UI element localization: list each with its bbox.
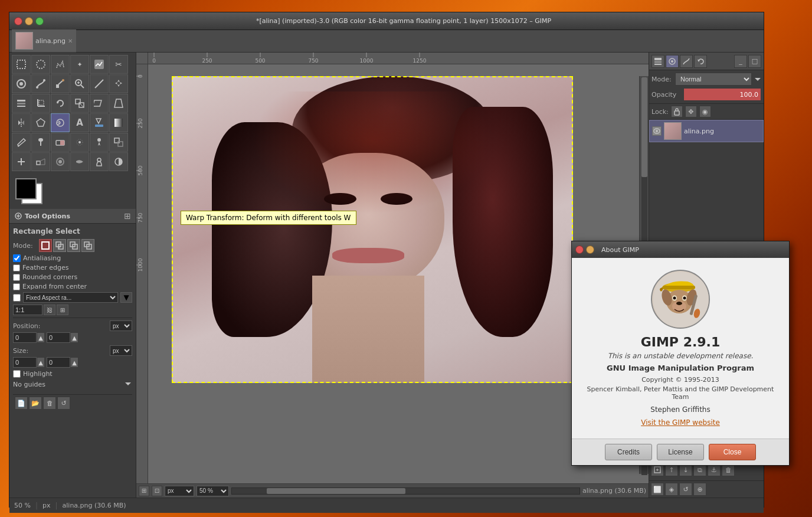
tool-options-expand-btn[interactable]: ⊞ (124, 211, 131, 221)
desaturate-tool[interactable] (109, 152, 128, 171)
size-unit-select[interactable]: px (110, 345, 132, 356)
mode-new-btn[interactable] (39, 239, 52, 252)
zoom-fill-btn[interactable]: ⊡ (152, 486, 162, 496)
paths-tool[interactable] (31, 74, 50, 93)
bucket-fill-tool[interactable] (90, 113, 109, 132)
tab-close-btn[interactable]: ✕ (68, 38, 73, 44)
position-unit-select[interactable]: px (110, 320, 132, 331)
open-options-btn[interactable]: 📂 (29, 397, 42, 410)
rotate-tool[interactable] (51, 94, 70, 113)
history-icon-btn[interactable] (694, 55, 707, 68)
tool-icon-2[interactable]: ◈ (665, 483, 678, 496)
heal-tool[interactable] (12, 152, 31, 171)
fuzzy-select-tool[interactable]: ✦ (70, 55, 89, 74)
layer-visibility-btn[interactable] (652, 126, 662, 136)
lock-position-btn[interactable]: ✥ (685, 106, 697, 117)
image-tab[interactable]: alina.png ✕ (12, 30, 76, 53)
unit-select[interactable]: px (165, 486, 194, 496)
opacity-slider[interactable]: 100.0 (683, 88, 761, 101)
ink-tool[interactable] (90, 133, 109, 152)
delete-options-btn[interactable]: 🗑 (43, 397, 56, 410)
tool-icon-4[interactable]: ⊕ (693, 483, 706, 496)
zoom-level-select[interactable]: 50 % (197, 486, 229, 496)
pencil-tool[interactable] (12, 133, 31, 152)
text-tool[interactable]: A (70, 113, 89, 132)
antialiasing-checkbox[interactable] (13, 254, 21, 262)
blur-sharpen-tool[interactable] (51, 152, 70, 171)
ratio-expand-btn[interactable]: ⊞ (57, 305, 68, 315)
align-tool[interactable] (12, 94, 31, 113)
guides-arrow-btn[interactable] (124, 379, 132, 390)
highlight-checkbox[interactable] (13, 370, 21, 378)
ratio-field[interactable] (13, 305, 42, 315)
blend-tool[interactable] (109, 113, 128, 132)
rect-select-tool[interactable] (12, 55, 31, 74)
lock-alpha-btn[interactable]: ◉ (699, 106, 711, 117)
about-close-btn-tb[interactable] (575, 246, 584, 254)
scale-tool[interactable] (70, 94, 89, 113)
ratio-chain-btn[interactable]: ⛓ (44, 305, 55, 315)
refresh-options-btn[interactable]: ↺ (57, 397, 70, 410)
color-picker-tool[interactable] (51, 74, 70, 93)
layers-icon-btn[interactable] (651, 55, 664, 68)
size-w-input[interactable] (13, 357, 37, 368)
h-scroll-thumb[interactable] (267, 488, 406, 494)
feather-edges-checkbox[interactable] (13, 264, 20, 271)
free-select-tool[interactable] (51, 55, 70, 74)
fixed-aspect-checkbox[interactable] (13, 294, 21, 302)
expand-panel-btn[interactable]: □ (748, 55, 761, 68)
window-close-btn[interactable] (14, 17, 22, 25)
license-button[interactable]: License (657, 444, 704, 460)
mode-dropdown[interactable]: Normal (675, 73, 752, 86)
about-min-btn-tb[interactable] (586, 246, 594, 254)
window-max-btn[interactable] (35, 17, 44, 25)
move-tool[interactable] (109, 74, 128, 93)
mode-add-btn[interactable]: + (53, 239, 66, 252)
shear-tool[interactable] (90, 94, 109, 113)
horizontal-scrollbar[interactable] (231, 487, 580, 495)
tool-icon-1[interactable]: ⬜ (651, 483, 664, 496)
scissors-select-tool[interactable]: ✂ (109, 55, 128, 74)
flip-tool[interactable] (12, 113, 31, 132)
position-y-up-btn[interactable]: ▲ (70, 332, 78, 343)
v-scroll-thumb[interactable] (641, 77, 647, 177)
eraser-tool[interactable] (51, 133, 70, 152)
mode-intersect-btn[interactable] (81, 239, 94, 252)
size-w-up-btn[interactable]: ▲ (37, 357, 45, 368)
position-x-up-btn[interactable]: ▲ (37, 332, 45, 343)
fixed-aspect-extra-btn[interactable]: ▼ (120, 292, 132, 303)
select-by-color-tool[interactable] (90, 55, 109, 74)
clone-tool[interactable] (109, 133, 128, 152)
about-close-button[interactable]: Close (709, 444, 756, 460)
tool-icon-3[interactable]: ↺ (679, 483, 692, 496)
foreground-color-swatch[interactable] (15, 178, 37, 199)
minimize-panel-btn[interactable]: _ (734, 55, 747, 68)
layer-item[interactable]: alina.png (649, 120, 764, 142)
gimp-website-link[interactable]: Visit the GIMP website (641, 418, 720, 427)
smudge-tool[interactable] (70, 152, 89, 171)
zoom-fit-btn[interactable]: ⊞ (139, 486, 149, 496)
fixed-aspect-select[interactable]: Fixed Aspect ra... (23, 292, 118, 303)
perspective-clone-tool[interactable] (31, 152, 50, 171)
airbrush-tool[interactable] (70, 133, 89, 152)
rounded-corners-checkbox[interactable] (13, 274, 20, 281)
window-min-btn[interactable] (25, 17, 33, 25)
mode-subtract-btn[interactable]: − (67, 239, 80, 252)
magnify-tool[interactable] (70, 74, 89, 93)
color-swatches[interactable] (9, 174, 136, 209)
credits-button[interactable]: Credits (605, 444, 652, 460)
warp-transform-tool[interactable] (51, 113, 70, 132)
expand-from-center-checkbox[interactable] (13, 283, 20, 290)
lock-pixels-btn[interactable] (671, 106, 683, 117)
size-h-up-btn[interactable]: ▲ (70, 357, 78, 368)
measure-tool[interactable] (90, 74, 109, 93)
perspective-tool[interactable] (109, 94, 128, 113)
cage-transform-tool[interactable] (31, 113, 50, 132)
position-y-input[interactable] (47, 332, 70, 343)
position-x-input[interactable] (13, 332, 37, 343)
paintbrush-tool[interactable] (31, 133, 50, 152)
size-h-input[interactable] (47, 357, 70, 368)
dodge-burn-tool[interactable] (90, 152, 109, 171)
foreground-select-tool[interactable] (12, 74, 31, 93)
paths-icon-btn[interactable] (680, 55, 693, 68)
